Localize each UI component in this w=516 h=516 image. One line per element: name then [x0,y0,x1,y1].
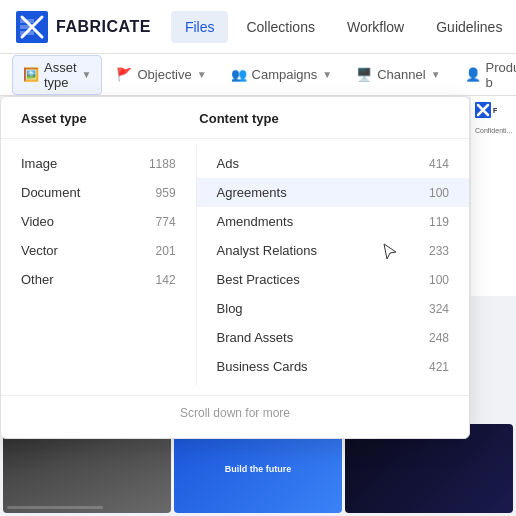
asset-type-icon: 🖼️ [23,67,39,82]
list-item[interactable]: Analyst Relations 233 [197,236,469,265]
list-item[interactable]: Video 774 [1,207,196,236]
confidential-text: Confidenti... [471,124,516,137]
list-item[interactable]: Blog 324 [197,294,469,323]
filter-bar: 🖼️ Asset type ▼ 🚩 Objective ▼ 👥 Campaign… [0,54,516,96]
objective-label: Objective [137,67,191,82]
list-item[interactable]: Business Cards 421 [197,352,469,381]
objective-caret: ▼ [197,69,207,80]
list-item[interactable]: Image 1188 [1,149,196,178]
content-label: Amendments [217,214,294,229]
asset-label: Image [21,156,57,171]
content-type-col-header: Content type [199,111,449,126]
content-count: 248 [429,331,449,345]
logo[interactable]: FABRICATE [16,11,151,43]
content-label: Brand Assets [217,330,294,345]
list-item[interactable]: Vector 201 [1,236,196,265]
content-count: 100 [429,273,449,287]
right-panel-logo: F [471,96,516,124]
asset-label: Video [21,214,54,229]
asset-count: 201 [156,244,176,258]
tab-workflow[interactable]: Workflow [333,11,418,43]
header: FABRICATE Files Collections Workflow Gui… [0,0,516,54]
produced-label: Produced b [486,60,516,90]
produced-icon: 👤 [465,67,481,82]
tab-files[interactable]: Files [171,11,229,43]
logo-icon [16,11,48,43]
filter-objective[interactable]: 🚩 Objective ▼ [106,63,216,86]
asset-type-col-header: Asset type [21,111,199,126]
asset-label: Document [21,185,80,200]
filter-produced-by[interactable]: 👤 Produced b ▼ [455,56,516,94]
channel-caret: ▼ [431,69,441,80]
list-item[interactable]: Ads 414 [197,149,469,178]
tab-guidelines[interactable]: Guidelines [422,11,516,43]
asset-count: 1188 [149,157,176,171]
campaigns-caret: ▼ [322,69,332,80]
logo-text: FABRICATE [56,18,151,36]
list-item[interactable]: Brand Assets 248 [197,323,469,352]
content-count: 414 [429,157,449,171]
content-label: Blog [217,301,243,316]
content-count: 100 [429,186,449,200]
list-item[interactable]: Document 959 [1,178,196,207]
filter-asset-type[interactable]: 🖼️ Asset type ▼ [12,55,102,95]
campaigns-icon: 👥 [231,67,247,82]
asset-label: Vector [21,243,58,258]
asset-type-list: Image 1188 Document 959 Video 774 Vector… [1,145,197,385]
list-item[interactable]: Best Practices 100 [197,265,469,294]
content-count: 421 [429,360,449,374]
content-count: 119 [429,215,449,229]
build-future-text: Build the future [221,460,296,478]
content-label: Business Cards [217,359,308,374]
list-item[interactable]: Amendments 119 [197,207,469,236]
content-count: 324 [429,302,449,316]
mini-logo-text: F [493,107,497,114]
mini-logo-icon [475,102,491,118]
tab-collections[interactable]: Collections [232,11,328,43]
content-label: Analyst Relations [217,243,317,258]
dropdown-body: Image 1188 Document 959 Video 774 Vector… [1,139,469,391]
asset-type-label: Asset type [44,60,77,90]
content-label: Ads [217,156,239,171]
channel-label: Channel [377,67,425,82]
content-label: Agreements [217,185,287,200]
list-item[interactable]: Agreements 100 [197,178,469,207]
channel-icon: 🖥️ [356,67,372,82]
content-count: 233 [429,244,449,258]
content-label: Best Practices [217,272,300,287]
objective-icon: 🚩 [116,67,132,82]
list-item[interactable]: Other 142 [1,265,196,294]
asset-type-dropdown: Asset type Content type Image 1188 Docum… [0,96,470,439]
filter-channel[interactable]: 🖥️ Channel ▼ [346,63,450,86]
asset-count: 959 [156,186,176,200]
asset-count: 142 [156,273,176,287]
scroll-hint: Scroll down for more [1,395,469,430]
content-type-list: Ads 414 Agreements 100 Amendments 119 An… [197,145,469,385]
asset-count: 774 [156,215,176,229]
dropdown-header: Asset type Content type [1,97,469,139]
asset-type-caret: ▼ [82,69,92,80]
nav-tabs: Files Collections Workflow Guidelines [171,11,516,43]
filter-campaigns[interactable]: 👥 Campaigns ▼ [221,63,343,86]
asset-label: Other [21,272,54,287]
campaigns-label: Campaigns [252,67,318,82]
